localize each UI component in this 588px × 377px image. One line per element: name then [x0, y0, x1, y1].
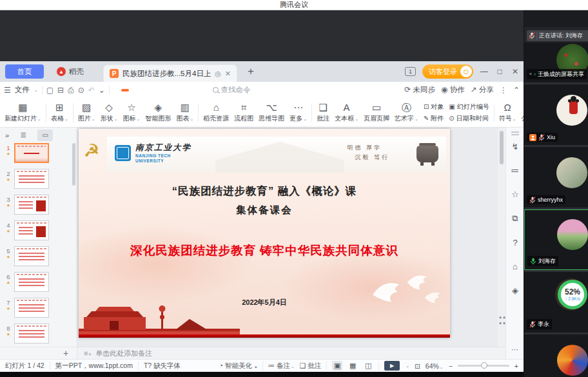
tab-follow-icon[interactable]: ◎	[215, 70, 221, 78]
video-tile-sherryyhx[interactable]: sherryyhx	[524, 147, 588, 208]
thumbnail-view-icon[interactable]: ▭	[37, 130, 53, 141]
mindmap-button[interactable]: ⌥思维导图	[256, 102, 287, 123]
video-tile-xiu[interactable]: Xiu	[524, 84, 588, 145]
new-tab-button[interactable]: +	[248, 65, 254, 78]
scrollbar-thumb[interactable]	[500, 131, 504, 164]
menu-item[interactable]	[137, 89, 144, 92]
symbol-button[interactable]: Ω符号⌄	[496, 102, 519, 123]
sync-status[interactable]: ⟳ 未同步	[404, 85, 435, 95]
play-slideshow-button[interactable]: ▶	[384, 361, 400, 371]
ai-beautify-rocket-icon[interactable]: ↯	[506, 142, 524, 151]
chart-button[interactable]: ▥图表⌄	[173, 102, 196, 123]
menu-item[interactable]	[199, 89, 206, 92]
picture-button[interactable]: ▨图片⌄	[75, 102, 98, 123]
slide-thumbnail[interactable]: 2★	[0, 169, 77, 195]
slide-thumbnail[interactable]: 8★	[0, 324, 77, 347]
document-tab[interactable]: P 民族团结进步教...5月4日上午) ◎ ✕	[103, 64, 237, 82]
comment-toggle-button[interactable]: ❑ 批注	[300, 362, 321, 371]
tab-close-icon[interactable]: ✕	[225, 70, 231, 78]
icons-button[interactable]: ☆图标⌄	[121, 102, 143, 123]
slide-thumbnail[interactable]: 5★	[0, 246, 77, 272]
new-file-icon[interactable]: ▢	[46, 86, 54, 95]
slide-title-line1[interactable]: “民族团结进步教育” 融入《概论》课	[79, 184, 450, 198]
menu-item[interactable]	[168, 89, 175, 92]
menu-item[interactable]	[152, 89, 160, 92]
undo-icon[interactable]: ↶	[88, 86, 95, 95]
thumbnail-scrollbar[interactable]	[72, 143, 75, 186]
canvas-scrollbar[interactable]: ▲▲▼▼	[498, 128, 505, 347]
slide-preview[interactable]	[14, 298, 49, 318]
collapse-panel-icon[interactable]: »	[5, 131, 9, 139]
date-time-button[interactable]: ⊙日期和时间	[449, 114, 489, 123]
slide-nav-arrows[interactable]: ▲▲▼▼	[498, 314, 505, 327]
docer-store-icon[interactable]: ⌂	[506, 262, 524, 271]
slide-preview[interactable]	[14, 220, 49, 240]
docer-tab[interactable]: ▲ 稻壳	[44, 67, 103, 77]
reading-view-icon[interactable]: ◫	[363, 361, 373, 371]
layers-icon[interactable]: ⧉	[506, 213, 524, 224]
guest-login-button[interactable]: 访客登录 ☺	[422, 64, 473, 79]
collaborate-button[interactable]: ◉ 协作	[441, 85, 465, 95]
hamburger-icon[interactable]: ☰	[4, 86, 11, 95]
save-icon[interactable]: ⊟	[57, 86, 64, 95]
shapes-button[interactable]: ◇形状⌄	[98, 102, 121, 123]
share-button[interactable]: ↗ 分享	[471, 85, 494, 95]
slide-preview[interactable]	[14, 143, 49, 163]
video-tile-bottom[interactable]	[524, 334, 588, 377]
normal-view-icon[interactable]: ▣	[332, 361, 342, 371]
maximize-button[interactable]: □	[495, 67, 504, 76]
slide-thumbnail[interactable]: 6★	[0, 272, 77, 298]
slide-preview[interactable]	[14, 246, 49, 266]
slide-number-button[interactable]: ▣幻灯片编号	[449, 102, 489, 111]
quick-tools-icon[interactable]: ◈	[506, 285, 524, 295]
slide-thumbnail[interactable]: 3★	[0, 195, 77, 220]
zoom-out-button[interactable]: −	[449, 362, 453, 370]
slide-thumbnail[interactable]: 4★	[0, 220, 77, 246]
video-tile-liyong[interactable]: 52% ↑ 2.8K/s 李永	[524, 272, 588, 333]
more-tools-button[interactable]: ⋯更多⌄	[287, 102, 309, 123]
menu-item[interactable]	[113, 89, 121, 92]
menu-item[interactable]	[160, 89, 168, 92]
smart-graphics-button[interactable]: ◈智能图形	[142, 102, 173, 123]
new-slide-button[interactable]: ▦新建幻灯片⌄	[2, 102, 44, 123]
attachment-button[interactable]: ✎附件	[424, 114, 444, 123]
slide-sorter-view-icon[interactable]: ▦	[348, 361, 358, 371]
slide-thumbnail[interactable]: 7★	[0, 298, 77, 324]
slide-preview[interactable]	[14, 324, 49, 343]
smart-beautify-button[interactable]: ◔ 智能美化 ▴	[219, 362, 257, 371]
strip-more-icon[interactable]: ⋯	[506, 345, 524, 354]
slide-preview[interactable]	[14, 195, 49, 215]
help-icon[interactable]: ?	[506, 238, 524, 247]
menu-item[interactable]	[121, 89, 129, 92]
print-icon[interactable]: ⎙	[68, 86, 74, 95]
current-slide[interactable]: ☭ 南京工业大学 NANJING TECHUNIVERSITY 明德 厚学 沉毅…	[79, 129, 450, 338]
notes-bar[interactable]: ≡₊ 单击此处添加备注	[77, 347, 505, 359]
notes-toggle-button[interactable]: ≔ 备注⌄	[268, 362, 295, 371]
table-button[interactable]: ⊞表格⌄	[48, 102, 71, 123]
play-options-caret-icon[interactable]: ⌄	[406, 363, 409, 369]
menu-item[interactable]	[129, 89, 137, 92]
slide-preview[interactable]	[14, 272, 49, 292]
file-menu[interactable]: 文件	[15, 85, 30, 95]
more-menu-icon[interactable]: ⋮	[500, 86, 507, 95]
fit-to-window-icon[interactable]: ⊡	[415, 362, 420, 370]
missing-font-warning[interactable]: T? 缺失字体	[144, 362, 181, 371]
zoom-slider-knob[interactable]	[481, 362, 487, 369]
close-button[interactable]: ✕	[511, 67, 520, 76]
object-button[interactable]: ⊡对象	[424, 102, 444, 111]
slide-thumbnail[interactable]: 1★	[0, 143, 77, 169]
home-tab-button[interactable]: 首页	[5, 64, 44, 79]
slide-preview[interactable]	[14, 169, 49, 189]
video-tile-wanghuancheng[interactable]: 王焕成的屏幕共享	[524, 43, 588, 82]
wordart-button[interactable]: Ⓐ艺术字⌄	[392, 102, 421, 123]
header-footer-button[interactable]: ▭页眉页脚	[361, 102, 392, 123]
collapse-ribbon-icon[interactable]: ⌃	[513, 86, 520, 95]
search-command[interactable]: 查找命令	[213, 85, 251, 95]
properties-sliders-icon[interactable]: ≔	[506, 166, 524, 175]
window-count-badge[interactable]: 1	[405, 67, 416, 76]
menu-item[interactable]	[183, 89, 191, 92]
zoom-level[interactable]: 64%⌄	[426, 362, 444, 370]
more-actions-caret-icon[interactable]: ⌄	[99, 86, 105, 95]
effects-star-icon[interactable]: ☆	[506, 189, 524, 199]
docer-resources-button[interactable]: ⌂稻壳资源	[201, 102, 231, 123]
